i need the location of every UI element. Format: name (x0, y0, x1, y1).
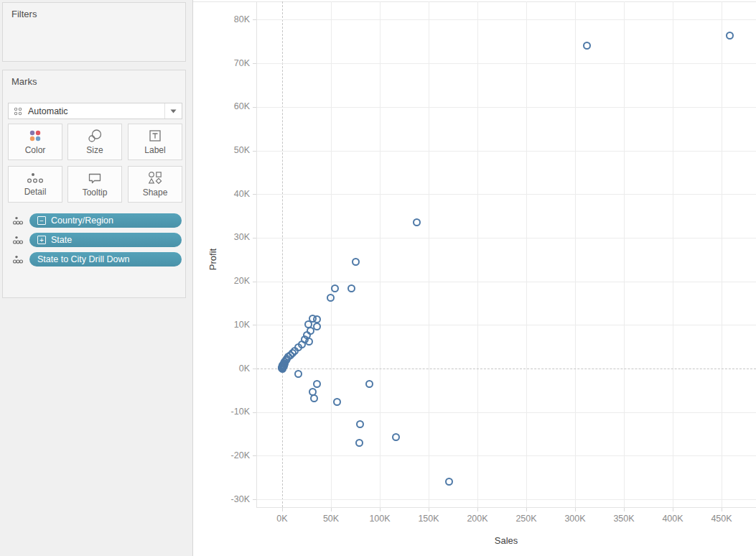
y-axis-tick (253, 19, 256, 20)
mark-type-dropdown[interactable]: Automatic (8, 103, 182, 119)
data-point[interactable] (333, 398, 341, 406)
mark-button-label: Color (25, 145, 46, 155)
mark-button-shape[interactable]: Shape (128, 166, 182, 203)
tooltip-icon (87, 171, 103, 185)
shape-icon (147, 171, 163, 185)
data-point[interactable] (355, 439, 363, 447)
mark-button-size[interactable]: Size (67, 124, 122, 160)
horizontal-gridline (257, 151, 756, 152)
pill-drag-handle[interactable] (13, 254, 23, 267)
x-tick-label: 150K (406, 514, 452, 524)
data-point[interactable] (392, 433, 400, 441)
sidebar: Filters Marks Automatic ColorSizeLabelDe… (0, 0, 192, 556)
mark-button-detail[interactable]: Detail (8, 166, 62, 203)
horizontal-gridline (257, 325, 756, 325)
marks-panel: Marks Automatic ColorSizeLabelDetailTool… (2, 70, 186, 298)
data-point[interactable] (331, 284, 339, 292)
y-tick-label: 70K (207, 58, 250, 69)
pill-row: −Country/Region (3, 213, 187, 228)
x-tick-label: 250K (503, 514, 549, 524)
horizontal-gridline (257, 63, 756, 64)
y-axis-tick (253, 238, 256, 238)
x-tick-label: 0K (259, 514, 305, 524)
field-pill[interactable]: State to City Drill Down (29, 252, 182, 267)
data-point[interactable] (280, 362, 288, 370)
expand-icon[interactable]: + (37, 236, 46, 244)
y-axis-tick (253, 499, 256, 500)
horizontal-gridline (257, 107, 756, 108)
vertical-gridline (331, 1, 332, 507)
vertical-gridline (477, 1, 478, 507)
x-tick-label: 300K (552, 514, 598, 524)
marks-panel-title: Marks (11, 76, 37, 87)
mark-button-tooltip[interactable]: Tooltip (67, 166, 122, 203)
data-point[interactable] (583, 42, 591, 50)
size-icon (87, 129, 103, 143)
x-axis-tick (722, 508, 722, 511)
horizontal-gridline (257, 238, 756, 238)
x-tick-label: 50K (308, 514, 354, 524)
vertical-gridline (429, 1, 429, 507)
field-pill[interactable]: +State (29, 233, 182, 247)
x-axis-tick (673, 508, 673, 511)
data-point[interactable] (365, 380, 373, 388)
data-point[interactable] (327, 294, 335, 302)
y-axis-tick (253, 282, 256, 282)
horizontal-gridline (257, 455, 756, 456)
drag-handle-icon (13, 216, 23, 226)
y-tick-label: 40K (207, 189, 250, 200)
data-point[interactable] (356, 420, 364, 428)
y-axis-tick (253, 369, 256, 369)
detail-icon (27, 172, 44, 185)
data-point[interactable] (445, 478, 453, 486)
x-axis-tick (331, 508, 332, 511)
x-tick-label: 100K (357, 514, 403, 524)
horizontal-gridline (257, 19, 756, 20)
data-point[interactable] (313, 380, 321, 388)
x-axis-tick (526, 508, 527, 511)
filters-panel: Filters (2, 2, 186, 62)
x-tick-label: 200K (454, 514, 500, 524)
label-icon (148, 129, 162, 143)
field-pill[interactable]: −Country/Region (29, 213, 182, 228)
mark-button-label: Label (144, 145, 165, 155)
pill-drag-handle[interactable] (13, 216, 23, 228)
mark-type-automatic-icon (13, 106, 23, 116)
vertical-gridline (575, 1, 576, 507)
data-point[interactable] (310, 394, 318, 402)
x-axis-title: Sales (434, 535, 578, 546)
x-tick-label: 350K (601, 514, 647, 524)
y-axis-tick (253, 107, 256, 108)
data-point[interactable] (305, 338, 313, 346)
y-axis-tick (253, 63, 256, 64)
data-point[interactable] (347, 284, 355, 292)
x-axis-tick (282, 508, 283, 511)
mark-button-color[interactable]: Color (8, 124, 62, 160)
drag-handle-icon (13, 255, 23, 264)
y-axis-title: Profit (207, 249, 218, 270)
data-point[interactable] (294, 370, 302, 378)
data-point[interactable] (413, 218, 421, 226)
horizontal-gridline (257, 499, 756, 500)
mark-button-label[interactable]: Label (128, 124, 182, 160)
zero-line-vertical (282, 1, 283, 507)
pill-drag-handle[interactable] (13, 235, 23, 248)
data-point[interactable] (352, 258, 360, 266)
chevron-down-icon[interactable] (164, 103, 182, 119)
mark-button-label: Shape (143, 187, 168, 198)
mark-button-label: Tooltip (83, 187, 108, 198)
filters-panel-title: Filters (11, 9, 37, 19)
zero-line-horizontal (257, 369, 756, 369)
collapse-icon[interactable]: − (37, 216, 46, 225)
mark-button-label: Size (86, 145, 103, 155)
y-tick-label: 10K (207, 320, 250, 330)
scatter-chart-area: 0K50K100K150K200K250K300K350K400K450K80K… (192, 0, 756, 556)
y-axis-tick (253, 412, 256, 413)
field-pill-label: State to City Drill Down (37, 254, 130, 264)
x-axis-tick (429, 508, 429, 511)
x-axis-tick (477, 508, 478, 511)
data-point[interactable] (726, 32, 734, 40)
y-tick-label: 0K (207, 363, 250, 374)
x-axis-tick (575, 508, 576, 511)
x-tick-label: 450K (699, 514, 745, 524)
